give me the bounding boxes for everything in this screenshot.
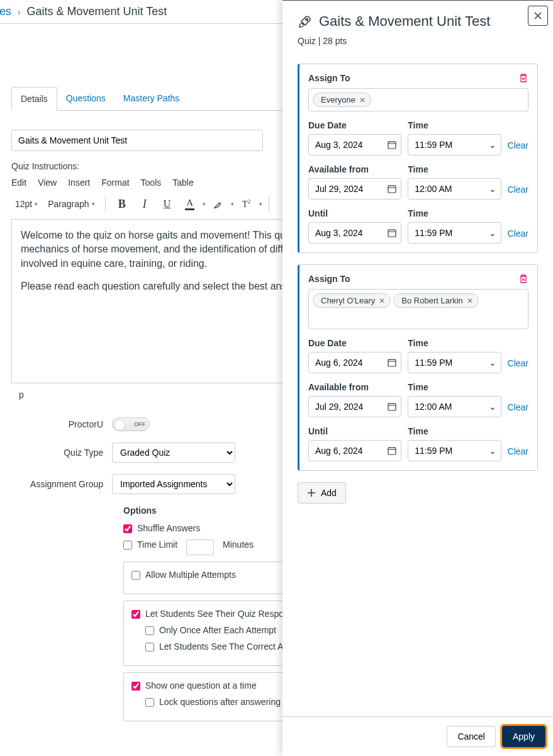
shuffle-label: Shuffle Answers <box>137 523 200 533</box>
time-label: Time <box>408 208 501 218</box>
allow-multiple-label: Allow Multiple Attempts <box>145 570 236 580</box>
assign-to-input[interactable]: Everyone✕ <box>308 88 528 111</box>
rce-menu-edit[interactable]: Edit <box>11 178 26 188</box>
rce-menu-view[interactable]: View <box>38 178 57 188</box>
minutes-label: Minutes <box>223 539 254 550</box>
delete-card-button[interactable] <box>516 271 531 286</box>
assignment-group-select[interactable]: Imported Assignments <box>112 474 235 494</box>
remove-pill-button[interactable]: ✕ <box>379 296 385 305</box>
rce-menu-insert[interactable]: Insert <box>68 178 90 188</box>
due-date-label: Due Date <box>308 338 401 348</box>
rce-menu-table[interactable]: Table <box>172 178 193 188</box>
add-card-button[interactable]: Add <box>298 482 346 504</box>
until-date-input[interactable] <box>308 440 401 461</box>
one-at-time-checkbox[interactable] <box>131 682 140 691</box>
chevron-down-icon[interactable]: ▾ <box>259 201 262 207</box>
font-size-select[interactable]: 12pt▾ <box>11 196 42 212</box>
text-color-button[interactable]: A <box>180 194 200 214</box>
see-responses-checkbox[interactable] <box>131 610 140 619</box>
clear-due-button[interactable]: Clear <box>508 358 528 373</box>
assign-to-label: Assign To <box>308 274 528 284</box>
clear-due-button[interactable]: Clear <box>508 140 528 155</box>
apply-button[interactable]: Apply <box>502 726 545 747</box>
due-date-input[interactable] <box>308 134 401 155</box>
due-date-label: Due Date <box>308 120 401 130</box>
remove-pill-button[interactable]: ✕ <box>359 96 366 104</box>
time-label: Time <box>408 120 501 130</box>
time-limit-checkbox[interactable] <box>123 541 132 550</box>
assign-to-label: Assign To <box>308 73 528 83</box>
tab-questions[interactable]: Questions <box>57 87 115 110</box>
assign-card: Assign To Everyone✕ Due Date Time ⌄ Clea… <box>298 64 538 253</box>
from-time-input[interactable] <box>408 178 501 200</box>
from-time-input[interactable] <box>408 396 501 417</box>
breadcrumb-link[interactable]: zes <box>0 5 11 18</box>
shuffle-checkbox[interactable] <box>123 524 132 533</box>
allow-multiple-checkbox[interactable] <box>131 571 140 580</box>
time-limit-label: Time Limit <box>137 539 177 550</box>
lock-after-checkbox[interactable] <box>145 698 154 707</box>
superscript-button[interactable]: T2 <box>237 194 257 214</box>
assign-card: Assign To Cheryl O'Leary✕ Bo Robert Lark… <box>298 264 538 471</box>
only-once-label: Only Once After Each Attempt <box>159 625 276 635</box>
available-from-label: Available from <box>308 164 401 174</box>
until-time-input[interactable] <box>408 222 501 244</box>
assignee-pill: Cheryl O'Leary✕ <box>313 293 391 308</box>
time-label: Time <box>408 426 501 436</box>
available-from-label: Available from <box>308 382 401 392</box>
proctoru-label: ProctorU <box>11 419 112 429</box>
until-time-input[interactable] <box>408 440 501 461</box>
chevron-down-icon[interactable]: ▾ <box>231 201 234 207</box>
assignment-group-label: Assignment Group <box>11 479 112 489</box>
close-icon <box>534 12 542 20</box>
rce-menu-format[interactable]: Format <box>101 178 129 188</box>
tray-subtitle: Quiz | 28 pts <box>298 36 538 46</box>
assignee-pill: Bo Robert Larkin✕ <box>393 293 479 308</box>
time-limit-input[interactable] <box>186 539 214 555</box>
tray-footer: Cancel Apply <box>282 716 553 756</box>
clear-until-button[interactable]: Clear <box>508 446 528 461</box>
highlight-button[interactable] <box>208 194 228 214</box>
tray-title: Gaits & Movement Unit Test <box>319 13 490 30</box>
time-label: Time <box>408 338 501 348</box>
quiz-title-input[interactable] <box>11 130 263 151</box>
time-label: Time <box>408 164 501 174</box>
breadcrumb-separator: › <box>18 7 21 17</box>
clear-until-button[interactable]: Clear <box>508 228 528 244</box>
tab-details[interactable]: Details <box>11 87 57 111</box>
assign-to-input[interactable]: Cheryl O'Leary✕ Bo Robert Larkin✕ <box>308 289 528 329</box>
from-date-input[interactable] <box>308 178 401 200</box>
lock-after-label: Lock questions after answering <box>159 697 281 707</box>
chevron-down-icon[interactable]: ▾ <box>203 201 206 207</box>
due-time-input[interactable] <box>408 352 501 373</box>
delete-card-button[interactable] <box>516 71 531 86</box>
clear-from-button[interactable]: Clear <box>508 184 528 200</box>
see-correct-checkbox[interactable] <box>145 643 154 652</box>
cancel-button[interactable]: Cancel <box>447 726 496 747</box>
due-time-input[interactable] <box>408 134 501 155</box>
svg-point-0 <box>306 19 308 21</box>
quiz-type-select[interactable]: Graded Quiz <box>112 443 235 463</box>
until-date-input[interactable] <box>308 222 401 244</box>
quiz-type-label: Quiz Type <box>11 448 112 458</box>
block-format-select[interactable]: Paragraph▾ <box>44 196 98 212</box>
proctoru-toggle[interactable]: OFF <box>112 417 150 431</box>
trash-icon <box>518 274 528 284</box>
from-date-input[interactable] <box>308 396 401 417</box>
plus-icon <box>307 488 316 497</box>
assignee-pill: Everyone✕ <box>313 93 371 107</box>
one-at-time-label: Show one question at a time <box>145 680 257 691</box>
underline-button[interactable]: U <box>157 194 177 214</box>
bold-button[interactable]: B <box>112 194 132 214</box>
tab-mastery-paths[interactable]: Mastery Paths <box>115 87 188 110</box>
due-date-input[interactable] <box>308 352 401 373</box>
close-button[interactable] <box>528 6 548 26</box>
clear-from-button[interactable]: Clear <box>508 402 528 417</box>
only-once-checkbox[interactable] <box>145 626 154 635</box>
italic-button[interactable]: I <box>135 194 155 214</box>
until-label: Until <box>308 208 401 218</box>
rce-menu-tools[interactable]: Tools <box>141 178 162 188</box>
remove-pill-button[interactable]: ✕ <box>467 296 473 305</box>
separator <box>269 196 269 212</box>
trash-icon <box>518 73 528 83</box>
